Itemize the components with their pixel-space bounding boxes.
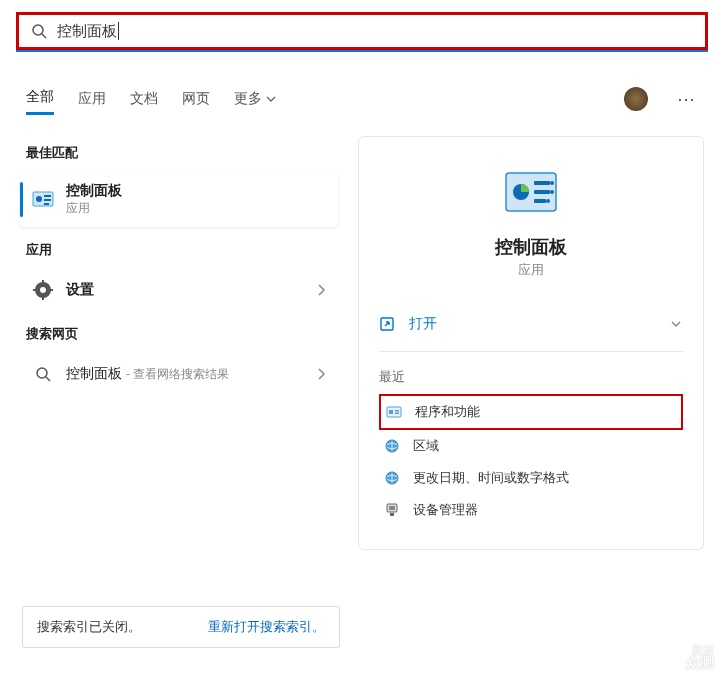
index-status-bar: 搜索索引已关闭。 重新打开搜索索引。 <box>22 606 340 648</box>
gear-icon <box>32 279 54 301</box>
recent-date-time-format[interactable]: 更改日期、时间或数字格式 <box>379 462 683 494</box>
tab-web[interactable]: 网页 <box>182 84 210 114</box>
result-web-search[interactable]: 控制面板 - 查看网络搜索结果 <box>20 353 338 395</box>
result-title: 控制面板 <box>66 182 122 200</box>
preview-panel: 控制面板 应用 打开 最近 程序和功能 区域 更改日期、时间或数字格式 设备管理… <box>358 136 704 550</box>
preview-subtitle: 应用 <box>518 261 544 279</box>
preview-title: 控制面板 <box>495 235 567 259</box>
index-status-text: 搜索索引已关闭。 <box>37 618 141 636</box>
svg-rect-5 <box>44 199 51 201</box>
recent-item-label: 设备管理器 <box>413 501 478 519</box>
divider <box>379 351 683 352</box>
avatar[interactable] <box>624 87 648 111</box>
tab-apps[interactable]: 应用 <box>78 84 106 114</box>
svg-rect-25 <box>389 410 393 414</box>
search-bar[interactable]: 控制面板 <box>16 12 708 50</box>
search-icon <box>32 363 54 385</box>
svg-rect-6 <box>44 203 49 205</box>
section-apps: 应用 <box>26 241 338 259</box>
more-menu-button[interactable]: ⋯ <box>672 87 700 111</box>
result-title: 设置 <box>66 281 94 299</box>
result-control-panel[interactable]: 控制面板 应用 <box>20 172 338 227</box>
svg-rect-36 <box>390 513 394 516</box>
device-icon <box>383 501 401 519</box>
recent-programs-features[interactable]: 程序和功能 <box>379 394 683 430</box>
chevron-down-icon <box>266 94 276 104</box>
svg-rect-35 <box>389 506 395 510</box>
globe-icon <box>383 437 401 455</box>
results-left-column: 最佳匹配 控制面板 应用 应用 设置 搜索网页 控制面板 - 查看网络搜索结果 <box>20 130 338 395</box>
svg-rect-4 <box>44 195 51 197</box>
recent-item-label: 区域 <box>413 437 439 455</box>
svg-rect-19 <box>534 199 546 203</box>
chevron-right-icon <box>316 284 326 296</box>
svg-point-20 <box>550 181 554 185</box>
svg-point-21 <box>550 190 554 194</box>
control-panel-icon <box>32 189 54 211</box>
open-action[interactable]: 打开 <box>379 307 683 341</box>
filter-tabs: 全部 应用 文档 网页 更多 ⋯ <box>26 82 700 115</box>
open-icon <box>379 316 395 332</box>
recent-label: 最近 <box>379 368 683 386</box>
svg-point-13 <box>37 368 47 378</box>
control-panel-large-icon <box>503 165 559 221</box>
svg-point-8 <box>40 287 46 293</box>
svg-point-22 <box>546 199 550 203</box>
svg-rect-11 <box>33 289 37 291</box>
svg-rect-26 <box>395 410 399 412</box>
result-title: 控制面板 <box>66 365 122 383</box>
svg-line-14 <box>46 377 50 381</box>
recent-device-manager[interactable]: 设备管理器 <box>379 494 683 526</box>
search-focus-underline <box>16 50 708 52</box>
programs-icon <box>385 403 403 421</box>
svg-rect-9 <box>42 280 44 284</box>
open-label: 打开 <box>409 315 437 333</box>
result-hint: - 查看网络搜索结果 <box>126 366 229 383</box>
recent-item-label: 程序和功能 <box>415 403 480 421</box>
svg-rect-27 <box>395 413 399 415</box>
svg-rect-12 <box>49 289 53 291</box>
svg-rect-18 <box>534 190 550 194</box>
svg-point-3 <box>36 196 42 202</box>
recent-item-label: 更改日期、时间或数字格式 <box>413 469 569 487</box>
svg-rect-10 <box>42 296 44 300</box>
tab-documents[interactable]: 文档 <box>130 84 158 114</box>
globe-icon <box>383 469 401 487</box>
chevron-right-icon <box>316 368 326 380</box>
recent-region[interactable]: 区域 <box>379 430 683 462</box>
tab-all[interactable]: 全部 <box>26 82 54 115</box>
result-subtitle: 应用 <box>66 200 122 217</box>
section-best-match: 最佳匹配 <box>26 144 338 162</box>
tab-more[interactable]: 更多 <box>234 84 276 114</box>
reopen-index-link[interactable]: 重新打开搜索索引。 <box>208 618 325 636</box>
tab-more-label: 更多 <box>234 90 262 108</box>
chevron-down-icon[interactable] <box>669 317 683 331</box>
section-web: 搜索网页 <box>26 325 338 343</box>
watermark: 新浪 众测 <box>686 644 714 668</box>
svg-rect-17 <box>534 181 550 185</box>
result-settings[interactable]: 设置 <box>20 269 338 311</box>
